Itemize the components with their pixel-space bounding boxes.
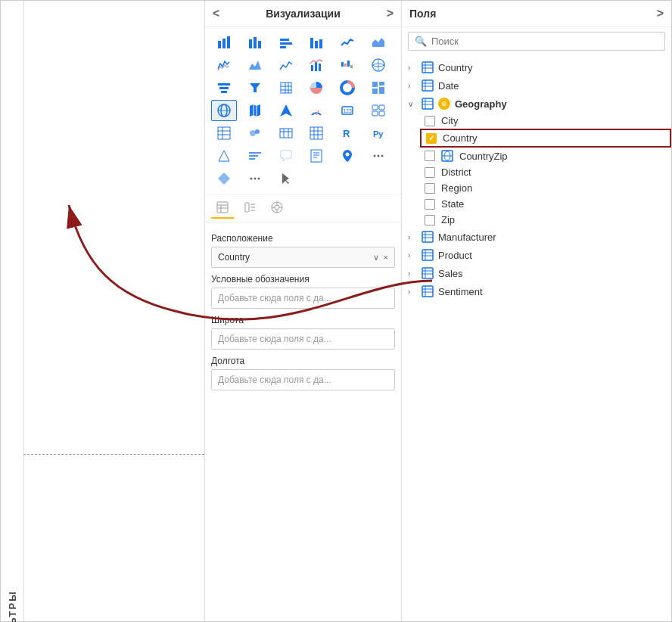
group-sales[interactable]: › Sales: [402, 264, 671, 282]
field-item-region[interactable]: Region: [402, 180, 671, 196]
chevron-down-icon[interactable]: ∨: [373, 253, 379, 263]
svg-rect-35: [379, 82, 384, 86]
field-item-city[interactable]: City: [402, 113, 671, 129]
viz-icon-combo[interactable]: [303, 54, 329, 76]
fields-panel: Поля > 🔍 › Country › Date: [402, 1, 671, 621]
field-item-zip[interactable]: Zip: [402, 212, 671, 228]
viz-panel-header: < Визуализации >: [205, 1, 401, 27]
viz-icon-location-pin[interactable]: [334, 145, 360, 166]
viz-icon-waterfall[interactable]: [334, 54, 360, 76]
viz-icon-cursor[interactable]: [273, 168, 299, 189]
viz-icon-map-globe[interactable]: [211, 100, 237, 121]
viz-icon-multicard[interactable]: [366, 100, 391, 121]
svg-rect-37: [372, 89, 378, 94]
chevron-right-icon-product: ›: [408, 251, 417, 260]
tab-build-visual[interactable]: [211, 197, 234, 219]
table-icon-sales: [422, 267, 434, 279]
viz-icon-scatter[interactable]: [273, 54, 299, 76]
svg-point-79: [381, 155, 384, 157]
search-input[interactable]: [431, 36, 658, 47]
group-manufacturer[interactable]: › Manufacturer: [402, 228, 671, 246]
svg-rect-7: [280, 39, 289, 41]
table-icon-sentiment: [422, 285, 434, 297]
viz-icon-mapchart[interactable]: [242, 123, 268, 144]
field-drop-longitude[interactable]: Добавьте сюда поля с да...: [211, 369, 395, 390]
viz-icon-decomp[interactable]: [211, 145, 237, 166]
viz-icon-matrix2[interactable]: [303, 123, 329, 144]
viz-icon-card[interactable]: 123: [334, 100, 360, 121]
viz-icon-key-influencers[interactable]: [242, 145, 268, 166]
fields-panel-arrow-right[interactable]: >: [657, 7, 664, 20]
svg-rect-99: [422, 62, 433, 73]
field-drop-legend[interactable]: Добавьте сюда поля с да...: [211, 288, 395, 309]
field-drop-location[interactable]: Country ∨ ×: [211, 247, 395, 268]
field-region-label: Region: [441, 182, 472, 194]
checkbox-city[interactable]: [425, 116, 435, 126]
viz-icon-ellipsis[interactable]: [366, 145, 391, 166]
field-item-district[interactable]: District: [402, 164, 671, 180]
viz-icon-matrix[interactable]: [273, 77, 299, 98]
svg-rect-8: [280, 46, 286, 48]
group-date-label: Date: [438, 80, 459, 92]
search-icon: 🔍: [415, 36, 427, 47]
viz-icon-bar2[interactable]: [242, 32, 268, 53]
viz-icon-linechart[interactable]: [211, 54, 237, 76]
viz-icon-gauge[interactable]: [303, 100, 329, 121]
checkbox-zip[interactable]: [425, 215, 435, 225]
field-zip-label: Zip: [441, 214, 455, 225]
checkbox-country[interactable]: [426, 133, 437, 144]
viz-icon-mountain[interactable]: [242, 54, 268, 76]
group-sentiment-label: Sentiment: [438, 286, 483, 297]
viz-icon-column[interactable]: [303, 32, 329, 53]
viz-icon-dots[interactable]: [242, 168, 268, 189]
svg-marker-26: [250, 83, 260, 92]
viz-icon-nav[interactable]: [273, 100, 299, 121]
viz-icon-bar3[interactable]: [273, 32, 299, 53]
group-sentiment[interactable]: › Sentiment: [402, 282, 671, 300]
checkbox-state[interactable]: [425, 199, 435, 210]
chevron-right-icon-sales: ›: [408, 269, 417, 278]
viz-icon-bar[interactable]: [211, 32, 237, 53]
svg-marker-12: [372, 38, 384, 47]
viz-panel-arrow-right[interactable]: >: [387, 7, 394, 20]
field-item-country[interactable]: Country: [420, 129, 671, 148]
viz-icon-diamond[interactable]: [211, 168, 237, 189]
svg-rect-19: [347, 61, 350, 67]
viz-icon-map2[interactable]: [242, 100, 268, 121]
field-item-state[interactable]: State: [402, 196, 671, 212]
viz-icon-treemap[interactable]: [366, 77, 391, 98]
group-country[interactable]: › Country: [402, 58, 671, 76]
svg-point-77: [374, 155, 376, 157]
viz-icon-donut[interactable]: [334, 77, 360, 98]
viz-icon-funnel[interactable]: [211, 77, 237, 98]
viz-icon-pie[interactable]: [303, 77, 329, 98]
tab-format[interactable]: [238, 197, 261, 219]
svg-rect-1: [222, 39, 226, 48]
viz-icon-line[interactable]: [334, 32, 360, 53]
viz-icon-qna[interactable]: [273, 145, 299, 166]
field-drop-latitude[interactable]: Добавьте сюда поля с да...: [211, 328, 395, 350]
viz-icon-paginated[interactable]: [303, 145, 329, 166]
viz-icon-R[interactable]: R: [334, 123, 360, 144]
close-icon[interactable]: ×: [384, 253, 388, 263]
checkbox-district[interactable]: [425, 167, 435, 178]
viz-icon-table[interactable]: [211, 123, 237, 144]
group-product-label: Product: [438, 250, 472, 261]
viz-icon-python[interactable]: Py: [366, 123, 391, 144]
group-geography[interactable]: ∨ ⊕ Geography: [402, 95, 671, 113]
group-date[interactable]: › Date: [402, 76, 671, 95]
viz-icon-table2[interactable]: [273, 123, 299, 144]
checkbox-countryzip[interactable]: [425, 151, 435, 161]
checkbox-region[interactable]: [425, 183, 435, 194]
group-product[interactable]: › Product: [402, 246, 671, 264]
svg-point-94: [275, 205, 279, 210]
viz-icon-filter2[interactable]: [242, 77, 268, 98]
tab-analytics[interactable]: [266, 197, 288, 219]
viz-panel-arrow-left[interactable]: <: [213, 7, 219, 20]
search-box: 🔍: [408, 32, 665, 51]
group-sales-label: Sales: [438, 268, 463, 279]
viz-icon-area[interactable]: [366, 32, 391, 53]
viz-icon-map-world[interactable]: [366, 54, 391, 76]
field-district-label: District: [441, 166, 471, 178]
field-item-countryzip[interactable]: CountryZip: [402, 148, 671, 164]
